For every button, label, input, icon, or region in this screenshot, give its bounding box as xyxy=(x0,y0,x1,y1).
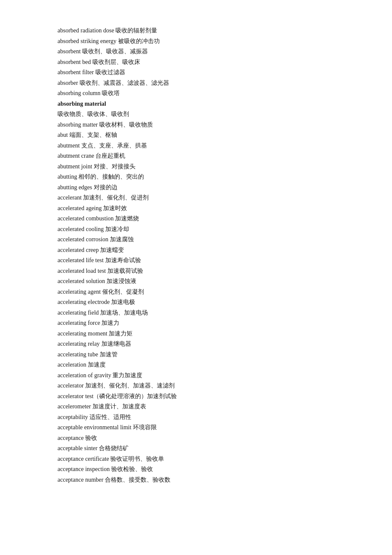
list-item: acceleration 加速度 xyxy=(58,360,334,370)
list-item: accelerating agent 催化剂、促凝剂 xyxy=(58,287,334,298)
list-item: acceptable sinter 合格烧结矿 xyxy=(58,443,334,454)
list-item: abutting 相邻的、接触的、突出的 xyxy=(58,172,334,182)
list-item: acceptability 适应性、适用性 xyxy=(58,412,334,423)
list-item: accelerator test（磷化处理溶液的）加速剂试验 xyxy=(58,391,334,402)
list-item: accelerating tube 加速管 xyxy=(58,350,334,360)
list-item: absorbing matter 吸收材料、吸收物质 xyxy=(58,120,334,130)
list-item: accelerating force 加速力 xyxy=(58,318,334,329)
list-item: accelerating moment 加速力矩 xyxy=(58,329,334,339)
list-item: accelerated combustion 加速燃烧 xyxy=(58,214,334,224)
list-item: accelerated corrosion 加速腐蚀 xyxy=(58,234,334,245)
list-item: accelerating relay 加速继电器 xyxy=(58,339,334,350)
list-item: accelerated creep 加速蠕变 xyxy=(58,245,334,256)
list-item: accelerant 加速剂、催化剂、促进剂 xyxy=(58,193,334,203)
list-item: accelerated ageing 加速时效 xyxy=(58,203,334,214)
list-item: accelerating field 加速场、加速电场 xyxy=(58,308,334,318)
list-item: abutment 支点、支座、承座、拱基 xyxy=(58,141,334,151)
list-item: absorbed striking energy 被吸收的冲击功 xyxy=(58,36,334,47)
list-item: acceptance certificate 验收证明书、验收单 xyxy=(58,454,334,465)
list-item: abut 端面、支架、枢轴 xyxy=(58,130,334,141)
list-item: absorber 吸收剂、减震器、滤波器、滤光器 xyxy=(58,78,334,89)
list-item: abutting edges 对接的边 xyxy=(58,182,334,193)
list-item: accelerated cooling 加速冷却 xyxy=(58,224,334,235)
list-item: absorbent filter 吸收过滤器 xyxy=(58,67,334,78)
list-item: 吸收物质、吸收体、吸收剂 xyxy=(58,109,334,120)
list-item: accelerometer 加速度计、加速度表 xyxy=(58,402,334,412)
list-item: acceptance number 合格数、接受数、验收数 xyxy=(58,475,334,486)
list-item: absorbent bed 吸收剂层、吸收床 xyxy=(58,57,334,68)
list-item: accelerator 加速剂、催化剂、加速器、速滤剂 xyxy=(58,381,334,391)
list-item: absorbent 吸收剂、吸收器、减振器 xyxy=(58,46,334,57)
list-item: accelerating electrode 加速电极 xyxy=(58,297,334,308)
list-item: accelerated solution 加速浸蚀液 xyxy=(58,276,334,287)
content-area: absorbed radiation dose 吸收的辐射剂量absorbed … xyxy=(58,26,334,485)
list-item: absorbing material xyxy=(58,99,334,110)
list-item: accelerated load test 加速载荷试验 xyxy=(58,266,334,277)
list-item: absorbing column 吸收塔 xyxy=(58,88,334,99)
list-item: acceptance inspection 验收检验、验收 xyxy=(58,464,334,475)
list-item: abutment crane 台座起重机 xyxy=(58,151,334,162)
list-item: acceleration of gravity 重力加速度 xyxy=(58,370,334,381)
list-item: acceptable environmental limit 环境容限 xyxy=(58,422,334,433)
list-item: abutment joint 对接、对接接头 xyxy=(58,162,334,172)
list-item: acceptance 验收 xyxy=(58,433,334,444)
list-item: absorbed radiation dose 吸收的辐射剂量 xyxy=(58,26,334,36)
list-item: accelerated life test 加速寿命试验 xyxy=(58,255,334,266)
